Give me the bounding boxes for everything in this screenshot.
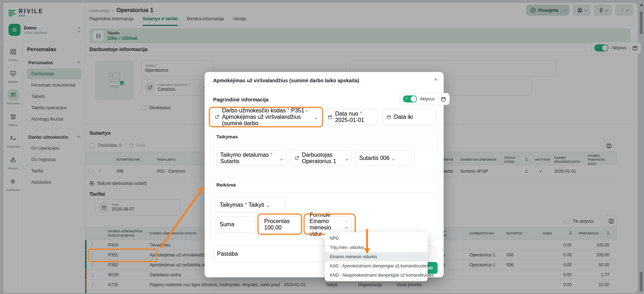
suma-placeholder: Suma (220, 221, 234, 228)
calendar-icon (328, 115, 332, 120)
chevron-down-icon[interactable] (345, 157, 348, 160)
sutartis-field[interactable]: Sutartis 006 (355, 150, 415, 166)
data-iki-field[interactable]: Data iki (383, 109, 436, 125)
calendar-icon (387, 115, 391, 120)
active-label: Aktyvus (420, 96, 435, 101)
taikymas-section-title: Taikymas (216, 134, 238, 139)
chevron-down-icon[interactable] (267, 204, 270, 207)
external-link-icon[interactable] (295, 156, 299, 160)
dropdown-option-einamo-menesio[interactable]: Einamo mėnesio vidurkis (325, 252, 428, 261)
calendar-icon[interactable] (441, 96, 446, 102)
reiksme-taikymas-field[interactable]: Taikymas * Taikyti (216, 197, 286, 213)
active-toggle[interactable]: ✓ (403, 95, 417, 102)
procentas-field[interactable]: Procentas 100.00 (260, 216, 301, 233)
divider (438, 95, 438, 102)
divider (211, 144, 438, 144)
dropdown-option-triju-men[interactable]: Trijų mėn. vidurkis (325, 243, 428, 252)
data-nuo-field[interactable]: Data nuo * 2025-01-01 (324, 109, 378, 125)
external-link-icon[interactable] (215, 115, 219, 119)
chevron-up-icon[interactable] (345, 227, 348, 230)
chevron-down-icon[interactable] (392, 157, 395, 160)
chevron-down-icon[interactable] (315, 116, 317, 119)
dropdown-option-kad[interactable]: KAD - Apmokestinami dienpinigiai už koma… (325, 261, 428, 271)
clear-icon[interactable]: × (345, 219, 348, 224)
data-iki-placeholder: Data iki (394, 114, 413, 120)
du-kodas-field[interactable]: Darbo užmokesčio kodas * P351 - Apmokėji… (211, 109, 321, 125)
close-icon[interactable]: × (434, 76, 437, 82)
dropdown-option-knd[interactable]: KND - Neapmokestinami dienpinigiai už ko… (325, 271, 428, 280)
dialog-active-toggle-group: ✓ Aktyvus (399, 93, 450, 105)
taikymas-card: Taikymas Taikymo detalumas * Sutartis Da… (210, 129, 438, 175)
dropdown-option-npd[interactable]: NPD (325, 234, 428, 243)
reiksme-section-title: Reikšmė (216, 182, 236, 188)
screen: RIVILE ERP D Demo Aušra Juodienė Pradžia… (0, 0, 644, 294)
divider (211, 192, 438, 193)
pastaba-placeholder: Pastaba (217, 251, 238, 257)
dialog-section-title: Pagrindinė informacija (213, 97, 268, 102)
taikymo-detalumas-field[interactable]: Taikymo detalumas * Sutartis (216, 150, 287, 166)
dialog-title: Apmokėjimas už viršvalandžius (suminė da… (213, 78, 359, 83)
formule-dropdown: NPD Trijų mėn. vidurkis Einamo mėnesio v… (325, 232, 428, 281)
reiksme-card: Reikšmė Taikymas * Taikyti Suma Procenta… (210, 178, 438, 240)
chevron-down-icon[interactable] (280, 157, 283, 160)
formule-field[interactable]: Formulė Einamo mėnesio vidur × (306, 216, 352, 233)
suma-field[interactable]: Suma (216, 216, 255, 233)
darbuotojas-field[interactable]: Darbuotojas Operatorius 1 (291, 150, 352, 166)
